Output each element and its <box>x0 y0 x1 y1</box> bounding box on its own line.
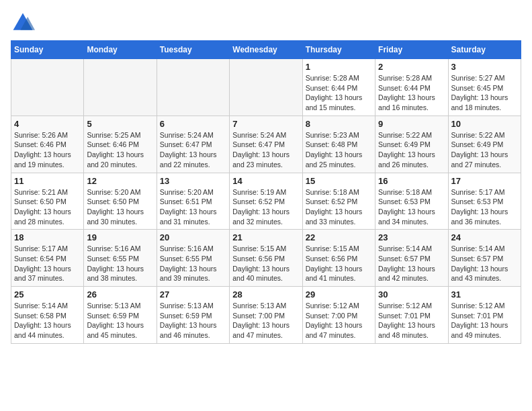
day-info: Sunrise: 5:12 AM Sunset: 7:01 PM Dayligh… <box>451 301 518 340</box>
header <box>11 11 521 35</box>
calendar-cell: 9Sunrise: 5:22 AM Sunset: 6:49 PM Daylig… <box>375 116 448 173</box>
day-number: 31 <box>451 289 518 300</box>
day-info: Sunrise: 5:28 AM Sunset: 6:44 PM Dayligh… <box>378 73 445 113</box>
day-info: Sunrise: 5:15 AM Sunset: 6:56 PM Dayligh… <box>306 244 372 283</box>
calendar-cell: 13Sunrise: 5:20 AM Sunset: 6:51 PM Dayli… <box>157 173 229 230</box>
day-info: Sunrise: 5:19 AM Sunset: 6:52 PM Dayligh… <box>232 187 299 227</box>
day-number: 18 <box>14 232 81 242</box>
day-number: 5 <box>87 119 153 129</box>
calendar-cell: 18Sunrise: 5:17 AM Sunset: 6:54 PM Dayli… <box>11 230 84 287</box>
day-number: 28 <box>232 289 299 300</box>
calendar-cell: 11Sunrise: 5:21 AM Sunset: 6:50 PM Dayli… <box>11 173 84 230</box>
calendar-week-row: 4Sunrise: 5:26 AM Sunset: 6:46 PM Daylig… <box>11 116 521 173</box>
calendar-cell: 21Sunrise: 5:15 AM Sunset: 6:56 PM Dayli… <box>230 230 302 287</box>
day-number: 19 <box>87 232 153 242</box>
calendar-cell: 3Sunrise: 5:27 AM Sunset: 6:45 PM Daylig… <box>448 59 521 116</box>
day-number: 24 <box>451 232 518 242</box>
calendar-cell: 24Sunrise: 5:14 AM Sunset: 6:57 PM Dayli… <box>448 230 521 287</box>
day-number: 10 <box>451 119 518 129</box>
day-info: Sunrise: 5:20 AM Sunset: 6:51 PM Dayligh… <box>160 187 226 227</box>
calendar-cell: 19Sunrise: 5:16 AM Sunset: 6:55 PM Dayli… <box>84 230 157 287</box>
weekday-header: Tuesday <box>157 41 229 59</box>
day-info: Sunrise: 5:21 AM Sunset: 6:50 PM Dayligh… <box>14 187 81 227</box>
calendar-body: 1Sunrise: 5:28 AM Sunset: 6:44 PM Daylig… <box>11 59 521 344</box>
day-number: 26 <box>87 289 153 300</box>
weekday-header: Saturday <box>448 41 521 59</box>
day-info: Sunrise: 5:22 AM Sunset: 6:49 PM Dayligh… <box>451 130 518 170</box>
day-number: 27 <box>160 289 226 300</box>
day-info: Sunrise: 5:14 AM Sunset: 6:58 PM Dayligh… <box>14 301 81 340</box>
calendar-cell: 7Sunrise: 5:24 AM Sunset: 6:47 PM Daylig… <box>230 116 302 173</box>
calendar-cell: 15Sunrise: 5:18 AM Sunset: 6:52 PM Dayli… <box>302 173 375 230</box>
calendar-cell: 30Sunrise: 5:12 AM Sunset: 7:01 PM Dayli… <box>375 287 448 344</box>
day-info: Sunrise: 5:27 AM Sunset: 6:45 PM Dayligh… <box>451 73 518 113</box>
day-info: Sunrise: 5:24 AM Sunset: 6:47 PM Dayligh… <box>160 130 226 170</box>
calendar-cell: 22Sunrise: 5:15 AM Sunset: 6:56 PM Dayli… <box>302 230 375 287</box>
day-info: Sunrise: 5:26 AM Sunset: 6:46 PM Dayligh… <box>14 130 81 170</box>
day-number: 4 <box>14 119 81 129</box>
day-info: Sunrise: 5:24 AM Sunset: 6:47 PM Dayligh… <box>232 130 299 170</box>
day-info: Sunrise: 5:20 AM Sunset: 6:50 PM Dayligh… <box>87 187 153 227</box>
day-info: Sunrise: 5:13 AM Sunset: 6:59 PM Dayligh… <box>87 301 153 340</box>
day-number: 20 <box>160 232 226 242</box>
day-info: Sunrise: 5:15 AM Sunset: 6:56 PM Dayligh… <box>232 244 299 283</box>
day-number: 1 <box>306 62 372 72</box>
calendar-cell: 10Sunrise: 5:22 AM Sunset: 6:49 PM Dayli… <box>448 116 521 173</box>
calendar-cell: 2Sunrise: 5:28 AM Sunset: 6:44 PM Daylig… <box>375 59 448 116</box>
day-number: 13 <box>160 176 226 186</box>
calendar-cell: 8Sunrise: 5:23 AM Sunset: 6:48 PM Daylig… <box>302 116 375 173</box>
calendar-table: SundayMondayTuesdayWednesdayThursdayFrid… <box>11 40 521 344</box>
day-info: Sunrise: 5:17 AM Sunset: 6:54 PM Dayligh… <box>14 244 81 283</box>
day-info: Sunrise: 5:18 AM Sunset: 6:53 PM Dayligh… <box>378 187 445 227</box>
calendar-header-row: SundayMondayTuesdayWednesdayThursdayFrid… <box>11 41 521 59</box>
weekday-header: Thursday <box>302 41 375 59</box>
calendar-cell: 27Sunrise: 5:13 AM Sunset: 6:59 PM Dayli… <box>157 287 229 344</box>
calendar-week-row: 11Sunrise: 5:21 AM Sunset: 6:50 PM Dayli… <box>11 173 521 230</box>
calendar-cell: 5Sunrise: 5:25 AM Sunset: 6:46 PM Daylig… <box>84 116 157 173</box>
day-number: 21 <box>232 232 299 242</box>
day-number: 12 <box>87 176 153 186</box>
calendar-cell: 1Sunrise: 5:28 AM Sunset: 6:44 PM Daylig… <box>302 59 375 116</box>
day-info: Sunrise: 5:25 AM Sunset: 6:46 PM Dayligh… <box>87 130 153 170</box>
calendar-cell: 6Sunrise: 5:24 AM Sunset: 6:47 PM Daylig… <box>157 116 229 173</box>
calendar-week-row: 18Sunrise: 5:17 AM Sunset: 6:54 PM Dayli… <box>11 230 521 287</box>
day-number: 7 <box>232 119 299 129</box>
calendar-cell: 26Sunrise: 5:13 AM Sunset: 6:59 PM Dayli… <box>84 287 157 344</box>
day-info: Sunrise: 5:16 AM Sunset: 6:55 PM Dayligh… <box>160 244 226 283</box>
day-info: Sunrise: 5:14 AM Sunset: 6:57 PM Dayligh… <box>451 244 518 283</box>
logo <box>11 11 38 35</box>
day-info: Sunrise: 5:17 AM Sunset: 6:53 PM Dayligh… <box>451 187 518 227</box>
calendar-cell <box>84 59 157 116</box>
calendar-week-row: 1Sunrise: 5:28 AM Sunset: 6:44 PM Daylig… <box>11 59 521 116</box>
day-number: 3 <box>451 62 518 72</box>
day-info: Sunrise: 5:28 AM Sunset: 6:44 PM Dayligh… <box>306 73 372 113</box>
day-info: Sunrise: 5:13 AM Sunset: 7:00 PM Dayligh… <box>232 301 299 340</box>
day-number: 11 <box>14 176 81 186</box>
calendar-cell <box>157 59 229 116</box>
day-number: 2 <box>378 62 445 72</box>
logo-icon <box>11 11 35 35</box>
weekday-header: Wednesday <box>230 41 302 59</box>
day-number: 25 <box>14 289 81 300</box>
day-number: 29 <box>306 289 372 300</box>
calendar-cell: 12Sunrise: 5:20 AM Sunset: 6:50 PM Dayli… <box>84 173 157 230</box>
day-number: 23 <box>378 232 445 242</box>
calendar-cell: 17Sunrise: 5:17 AM Sunset: 6:53 PM Dayli… <box>448 173 521 230</box>
day-info: Sunrise: 5:13 AM Sunset: 6:59 PM Dayligh… <box>160 301 226 340</box>
day-info: Sunrise: 5:22 AM Sunset: 6:49 PM Dayligh… <box>378 130 445 170</box>
calendar-cell: 16Sunrise: 5:18 AM Sunset: 6:53 PM Dayli… <box>375 173 448 230</box>
day-info: Sunrise: 5:12 AM Sunset: 7:01 PM Dayligh… <box>378 301 445 340</box>
weekday-header: Sunday <box>11 41 84 59</box>
calendar-header: SundayMondayTuesdayWednesdayThursdayFrid… <box>11 41 521 59</box>
calendar-cell <box>11 59 84 116</box>
calendar-cell: 28Sunrise: 5:13 AM Sunset: 7:00 PM Dayli… <box>230 287 302 344</box>
day-info: Sunrise: 5:16 AM Sunset: 6:55 PM Dayligh… <box>87 244 153 283</box>
calendar-cell: 20Sunrise: 5:16 AM Sunset: 6:55 PM Dayli… <box>157 230 229 287</box>
calendar-cell <box>230 59 302 116</box>
day-number: 6 <box>160 119 226 129</box>
day-number: 30 <box>378 289 445 300</box>
day-number: 17 <box>451 176 518 186</box>
calendar-cell: 29Sunrise: 5:12 AM Sunset: 7:00 PM Dayli… <box>302 287 375 344</box>
calendar-week-row: 25Sunrise: 5:14 AM Sunset: 6:58 PM Dayli… <box>11 287 521 344</box>
day-info: Sunrise: 5:12 AM Sunset: 7:00 PM Dayligh… <box>306 301 372 340</box>
